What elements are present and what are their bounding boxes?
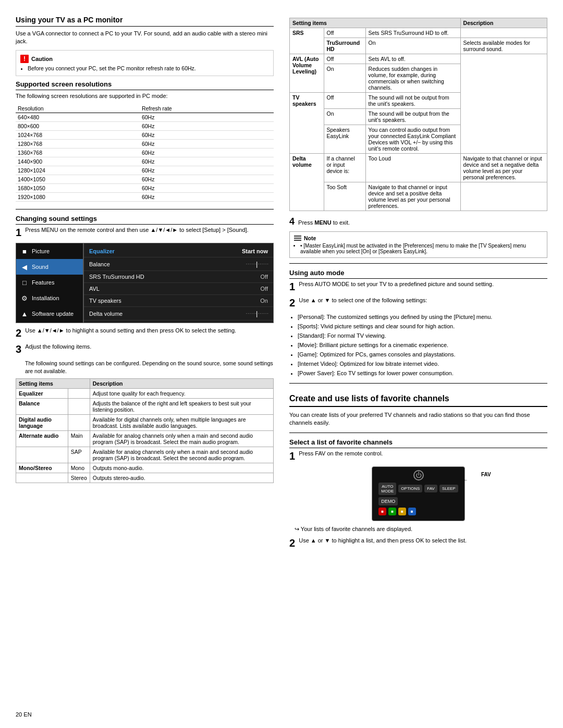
remote-demo-row: DEMO xyxy=(378,497,458,505)
fav-step1-text: Press FAV on the remote control. xyxy=(299,450,546,456)
menu-content-row: TV speakersOn xyxy=(84,295,273,307)
auto-mode-title: Using auto mode xyxy=(289,269,547,279)
right-sound-row: TruSurround HDOnSelects available modes … xyxy=(290,38,547,54)
sound-settings-table: Setting items Description EqualizerAdjus… xyxy=(16,378,274,483)
resolution-row: 1440×90060Hz xyxy=(16,157,274,166)
remote-color-row: ■ ■ ■ ■ xyxy=(378,508,458,515)
right-column: Setting items Description SRSOffSets SRS… xyxy=(289,16,547,712)
res-col-header: Resolution xyxy=(16,104,140,113)
resolution-row: 1680×105060Hz xyxy=(16,184,274,193)
menu-item-icon: ◀ xyxy=(20,263,29,271)
favorite-channels-section: Create and use lists of favorite channel… xyxy=(289,394,547,549)
fav-btn: FAV xyxy=(424,485,437,492)
pc-monitor-title: Using your TV as a PC monitor xyxy=(16,16,274,27)
screen-res-title: Supported screen resolutions xyxy=(16,80,274,90)
remote-partial: ⏻ AUTOMODE OPTIONS FAV SLEEP DEMO ■ ■ xyxy=(372,466,464,521)
sound-setting-row: StereoOutputs stereo-audio. xyxy=(16,473,274,483)
remote-wrapper: ⏻ AUTOMODE OPTIONS FAV SLEEP DEMO ■ ■ xyxy=(372,466,464,521)
sound-setting-row: Digital audio languageAvailable for digi… xyxy=(16,414,274,430)
menu-content-row: SRS TruSurround HDOff xyxy=(84,271,273,283)
auto-mode-btn: AUTOMODE xyxy=(378,483,396,495)
description-header: Description xyxy=(90,378,273,388)
right-sound-row: Too SoftNavigate to that channel or inpu… xyxy=(290,182,547,211)
right-sound-row: Delta volumeIf a channel or input device… xyxy=(290,154,547,182)
fav-label: FAV xyxy=(481,472,491,477)
auto-step1-text: Press AUTO MODE to set your TV to a pred… xyxy=(299,281,546,287)
pc-monitor-desc: Use a VGA connector to connect a PC to y… xyxy=(16,30,274,46)
menu-row-label: Equalizer xyxy=(89,248,242,254)
auto-mode-item: [Standard]: For normal TV viewing. xyxy=(298,332,547,340)
fav-arrow-note: ↪ Your lists of favorite channels are di… xyxy=(295,525,547,533)
sleep-btn: SLEEP xyxy=(439,485,458,492)
resolution-row: 1280×102460Hz xyxy=(16,166,274,175)
right-sound-row: TV speakersOffThe sound will not be outp… xyxy=(290,93,547,109)
green-btn: ■ xyxy=(388,508,396,515)
menu-row-label: SRS TruSurround HD xyxy=(89,274,261,280)
auto-mode-item: [Game]: Optimized for PCs, games console… xyxy=(298,351,547,359)
note-item: • [Master EasyLink] must be activated in… xyxy=(300,243,543,254)
menu-content-row: Balance· · · · · ·|· · · · · · xyxy=(84,257,273,271)
sound-step2: 2 Use ▲/▼/◄/► to highlight a sound setti… xyxy=(16,327,274,339)
menu-row-label: AVL xyxy=(89,286,261,292)
sound-step3-note: The following sound settings can be conf… xyxy=(25,360,274,375)
menu-item-label: Installation xyxy=(32,295,59,301)
menu-content-row: EqualizerStart now xyxy=(84,245,273,257)
auto-step2-text: Use ▲ or ▼ to select one of the followin… xyxy=(299,297,546,303)
auto-mode-list: [Personal]: The customized settings you … xyxy=(289,313,547,378)
sound-step2-text: Use ▲/▼/◄/► to highlight a sound setting… xyxy=(25,327,273,334)
auto-mode-item: [Sports]: Vivid picture settings and cle… xyxy=(298,323,547,331)
note-label: Note xyxy=(304,235,316,241)
resolution-row: 800×60060Hz xyxy=(16,122,274,131)
resolution-row: 1024×76860Hz xyxy=(16,131,274,140)
auto-mode-item: [Personal]: The customized settings you … xyxy=(298,313,547,322)
caution-label: Caution xyxy=(31,56,53,62)
sound-setting-row: Alternate audioMainAvailable for analog … xyxy=(16,430,274,447)
caution-list: Before you connect your PC, set the PC m… xyxy=(20,65,269,71)
menu-item-label: Sound xyxy=(32,264,48,270)
right-sound-row: AVL (Auto Volume Leveling)OffSets AVL to… xyxy=(290,54,547,64)
resolution-row: 1280×76860Hz xyxy=(16,140,274,149)
fav-channels-desc: You can create lists of your preferred T… xyxy=(289,411,547,427)
fav-step2-text: Use ▲ or ▼ to highlight a list, and then… xyxy=(299,537,546,544)
right-sound-row: OnThe sound will be output from the unit… xyxy=(290,109,547,125)
menu-screenshot: ■Picture◀Sound□Features⚙Installation▲Sof… xyxy=(16,243,274,323)
menu-row-label: Balance xyxy=(89,261,246,267)
options-btn: OPTIONS xyxy=(398,485,422,492)
fav-step1: 1 Press FAV on the remote control. xyxy=(289,450,547,462)
sound-settings-title: Changing sound settings xyxy=(16,215,274,225)
resolution-row: 640×48060Hz xyxy=(16,113,274,122)
menu-sidebar-item: □Features xyxy=(16,275,83,290)
note-box: Note • [Master EasyLink] must be activat… xyxy=(289,231,547,258)
menu-item-label: Software update xyxy=(32,311,74,317)
press-menu-text: 4 Press MENU to exit. xyxy=(289,215,547,228)
menu-sidebar-item: ⚙Installation xyxy=(16,290,83,306)
fav-channels-title: Create and use lists of favorite channel… xyxy=(289,394,547,407)
resolution-row: 1360×76860Hz xyxy=(16,149,274,157)
remote-image-container: ⏻ AUTOMODE OPTIONS FAV SLEEP DEMO ■ ■ xyxy=(289,466,547,521)
power-icon: ⏻ xyxy=(413,470,424,480)
auto-step1: 1 Press AUTO MODE to set your TV to a pr… xyxy=(289,281,547,293)
right-description-header: Description xyxy=(460,18,547,28)
select-list-title: Select a list of favorite channels xyxy=(289,438,547,448)
right-setting-items-header: Setting items xyxy=(290,18,461,28)
menu-item-icon: ▲ xyxy=(20,310,29,318)
sound-setting-row: SAPAvailable for analog channels only wh… xyxy=(16,447,274,463)
red-btn: ■ xyxy=(378,508,386,515)
sound-setting-row: EqualizerAdjust tone quality for each fr… xyxy=(16,388,274,398)
caution-box: ! Caution Before you connect your PC, se… xyxy=(16,50,274,76)
left-column: Using your TV as a PC monitor Use a VGA … xyxy=(16,16,274,712)
auto-mode-item: [Power Saver]: Eco TV settings for lower… xyxy=(298,369,547,378)
right-sound-table: Setting items Description SRSOffSets SRS… xyxy=(289,18,547,211)
page-number: 20 EN xyxy=(16,711,32,718)
sound-step3-text: Adjust the following items. xyxy=(25,343,273,350)
right-sound-row: SRSOffSets SRS TruSurround HD to off. xyxy=(290,28,547,38)
auto-mode-item: [Movie]: Brilliant picture settings for … xyxy=(298,341,547,350)
demo-btn: DEMO xyxy=(378,497,398,505)
menu-sidebar-item: ■Picture xyxy=(16,243,83,259)
screen-res-desc: The following screen resolutions are sup… xyxy=(16,92,274,100)
sound-step1-text: Press MENU on the remote control and the… xyxy=(25,227,273,233)
note-lines-icon xyxy=(294,236,301,241)
menu-content-row: Delta volume· · · · · ·|· · · · · · xyxy=(84,307,273,320)
fav-arrow: ← xyxy=(463,477,468,483)
menu-item-icon: ⚙ xyxy=(20,294,29,302)
